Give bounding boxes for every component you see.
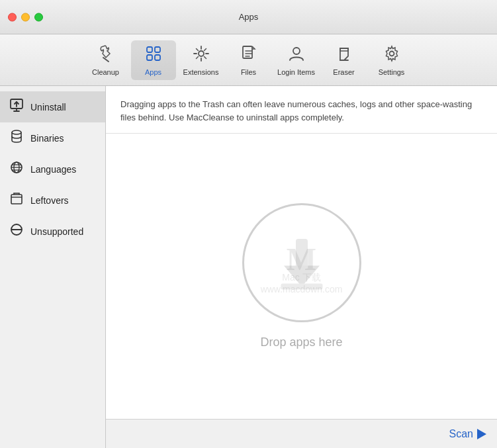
sidebar-item-languages[interactable]: Languages bbox=[0, 154, 105, 185]
apps-icon bbox=[144, 44, 163, 66]
svg-line-12 bbox=[204, 48, 206, 50]
extensions-icon bbox=[192, 44, 210, 66]
toolbar-item-apps[interactable]: Apps bbox=[131, 40, 176, 80]
toolbar-item-login-items[interactable]: Login Items bbox=[274, 40, 319, 80]
svg-point-20 bbox=[389, 51, 394, 56]
settings-icon bbox=[383, 44, 401, 66]
title-bar: Apps bbox=[0, 0, 497, 34]
settings-label: Settings bbox=[379, 68, 405, 76]
login-items-label: Login Items bbox=[277, 68, 315, 76]
svg-rect-35 bbox=[296, 239, 308, 269]
drop-label: Drop apps here bbox=[260, 336, 342, 349]
toolbar-item-cleanup[interactable]: Cleanup bbox=[83, 40, 128, 80]
toolbar-item-eraser[interactable]: Eraser bbox=[322, 40, 367, 80]
eraser-icon bbox=[335, 44, 353, 66]
sidebar-item-uninstall[interactable]: Uninstall bbox=[0, 91, 105, 122]
toolbar-item-settings[interactable]: Settings bbox=[369, 40, 414, 80]
svg-rect-37 bbox=[281, 284, 322, 290]
binaries-icon bbox=[9, 129, 24, 147]
sidebar-label-binaries: Binaries bbox=[30, 133, 64, 144]
files-icon bbox=[240, 44, 258, 66]
svg-rect-2 bbox=[155, 47, 160, 52]
files-label: Files bbox=[241, 68, 256, 76]
sidebar-label-languages: Languages bbox=[30, 164, 76, 175]
cleanup-label: Cleanup bbox=[92, 68, 119, 76]
traffic-lights bbox=[8, 13, 43, 21]
drop-zone[interactable]: M Mac 下载www.macdown.com Drop apps here bbox=[106, 134, 497, 419]
uninstall-icon bbox=[9, 98, 24, 116]
toolbar: Cleanup Apps bbox=[0, 34, 497, 86]
sidebar: Uninstall Binaries bbox=[0, 86, 106, 448]
svg-rect-31 bbox=[11, 195, 22, 204]
svg-rect-3 bbox=[147, 55, 152, 60]
languages-icon bbox=[9, 160, 24, 178]
maximize-button[interactable] bbox=[34, 13, 43, 21]
footer: Scan bbox=[106, 419, 497, 448]
svg-point-5 bbox=[199, 51, 204, 56]
sidebar-label-leftovers: Leftovers bbox=[30, 195, 69, 206]
extensions-label: Extensions bbox=[183, 68, 219, 76]
sidebar-item-binaries[interactable]: Binaries bbox=[0, 122, 105, 154]
svg-point-18 bbox=[293, 48, 300, 54]
svg-rect-1 bbox=[147, 47, 152, 52]
sidebar-item-unsupported[interactable]: Unsupported bbox=[0, 216, 105, 247]
sidebar-label-uninstall: Uninstall bbox=[30, 102, 66, 112]
minimize-button[interactable] bbox=[21, 13, 30, 21]
svg-line-10 bbox=[196, 48, 198, 50]
toolbar-item-extensions[interactable]: Extensions bbox=[179, 40, 224, 80]
content-description: Dragging apps to the Trash can often lea… bbox=[106, 86, 497, 134]
drop-arrow-svg bbox=[272, 233, 332, 292]
window-title: Apps bbox=[239, 12, 259, 22]
eraser-label: Eraser bbox=[333, 68, 354, 76]
toolbar-item-files[interactable]: Files bbox=[226, 40, 271, 80]
cleanup-icon bbox=[97, 44, 115, 66]
svg-rect-4 bbox=[155, 55, 160, 60]
sidebar-item-leftovers[interactable]: Leftovers bbox=[0, 185, 105, 216]
svg-line-13 bbox=[196, 56, 198, 58]
scan-button[interactable]: Scan bbox=[449, 428, 486, 440]
scan-label: Scan bbox=[449, 428, 473, 440]
svg-point-25 bbox=[12, 130, 21, 134]
svg-line-11 bbox=[204, 56, 206, 58]
drop-circle bbox=[242, 203, 361, 322]
apps-label: Apps bbox=[145, 68, 161, 76]
leftovers-icon bbox=[9, 191, 24, 209]
login-items-icon bbox=[287, 44, 306, 66]
unsupported-icon bbox=[9, 222, 24, 240]
sidebar-label-unsupported: Unsupported bbox=[30, 226, 83, 237]
main-layout: Uninstall Binaries bbox=[0, 86, 497, 448]
svg-marker-36 bbox=[284, 266, 320, 287]
close-button[interactable] bbox=[8, 13, 17, 21]
content-area: Dragging apps to the Trash can often lea… bbox=[106, 86, 497, 448]
scan-play-icon bbox=[477, 429, 486, 439]
